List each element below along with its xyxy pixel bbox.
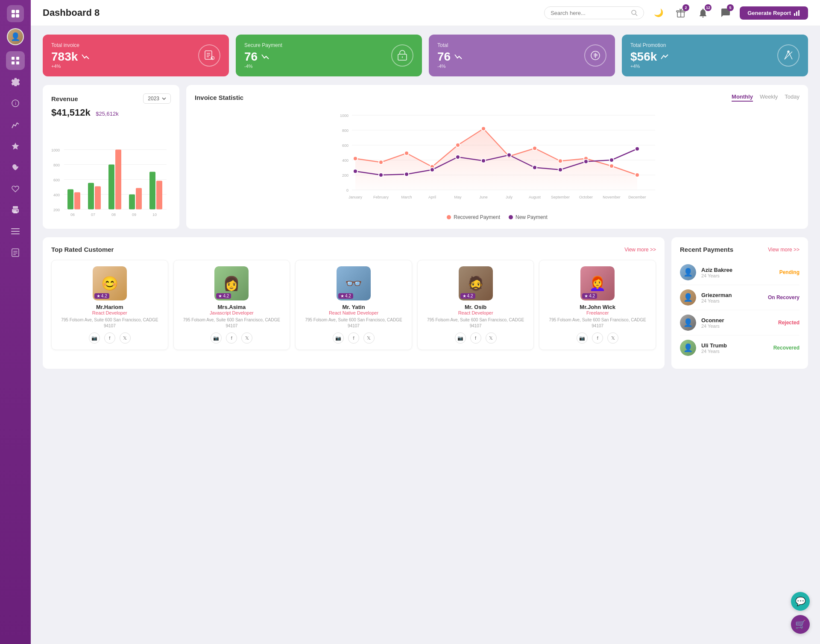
twitter-icon-4[interactable]: 𝕏 [607,332,618,344]
twitter-icon-0[interactable]: 𝕏 [120,332,131,344]
svg-rect-51 [88,183,94,210]
payment-info-1: Griezerman 24 Years [701,292,763,303]
facebook-icon-2[interactable]: f [348,332,359,344]
payments-view-more[interactable]: View more >> [768,247,800,253]
svg-rect-19 [13,251,18,252]
sidebar-item-print[interactable] [6,201,25,219]
rating-badge-0: ★4.2 [94,293,109,299]
svg-marker-10 [12,143,19,150]
invoice-icon [198,44,220,67]
svg-rect-52 [95,186,101,210]
sidebar-item-favorites[interactable] [6,137,25,155]
instagram-icon-2[interactable]: 📷 [333,332,344,344]
svg-point-85 [558,159,562,163]
customer-card-1: 👩 ★4.2 Mrs.Asima Javascript Developer 79… [173,260,290,350]
instagram-icon-0[interactable]: 📷 [89,332,100,344]
payment-status-0: Pending [779,269,800,275]
customer-avatar-0: 😊 ★4.2 [93,266,127,300]
customer-address-3: 795 Folsom Ave, Suite 600 San Francisco,… [422,317,530,329]
facebook-icon-4[interactable]: f [592,332,603,344]
sidebar-item-settings[interactable] [6,73,25,91]
payment-name-0: Aziz Bakree [701,267,774,273]
svg-point-22 [632,10,636,15]
rating-badge-1: ★4.2 [216,293,231,299]
customer-role-4: Freelancer [544,310,651,315]
svg-text:800: 800 [342,128,348,133]
customer-address-2: 795 Folsom Ave, Suite 600 San Francisco,… [300,317,407,329]
svg-point-38 [788,51,789,52]
gift-badge: 2 [682,4,689,11]
gift-icon-btn[interactable]: 2 [673,5,688,20]
svg-text:April: April [428,195,436,199]
tab-monthly[interactable]: Monthly [732,93,753,102]
sidebar-item-dashboard[interactable] [6,51,25,70]
generate-report-button[interactable]: Generate Report [740,6,808,20]
sidebar: 👤 i [0,0,31,644]
payment-age-1: 24 Years [701,298,763,303]
customers-view-more[interactable]: View more >> [624,247,656,253]
recent-payments-card: Recent Payments View more >> 👤 Aziz Bakr… [671,237,808,369]
svg-text:i: i [15,101,16,106]
svg-text:November: November [603,195,621,199]
promo-change: +4% [630,64,669,69]
sidebar-logo[interactable] [7,5,24,22]
trend-down-icon3 [454,54,463,60]
facebook-icon-0[interactable]: f [104,332,115,344]
customer-name-1: Mrs.Asima [178,304,286,310]
secure-value: 76 [244,50,258,64]
bell-icon-btn[interactable]: 12 [695,5,711,20]
twitter-icon-3[interactable]: 𝕏 [486,332,497,344]
svg-rect-55 [129,195,135,210]
cart-float-btn[interactable]: 🛒 [791,615,810,634]
sidebar-item-analytics[interactable] [6,115,25,134]
svg-point-87 [609,164,614,168]
svg-text:09: 09 [132,213,136,217]
svg-text:August: August [529,195,541,199]
svg-text:600: 600 [53,178,60,182]
instagram-icon-4[interactable]: 📷 [577,332,588,344]
sidebar-item-reports[interactable] [6,243,25,262]
svg-point-94 [481,159,486,163]
facebook-icon-3[interactable]: f [470,332,481,344]
support-float-btn[interactable]: 💬 [791,592,810,611]
customer-role-0: React Developer [56,310,164,315]
twitter-icon-2[interactable]: 𝕏 [363,332,375,344]
customer-name-0: Mr.Hariom [56,304,164,310]
invoice-tabs: Monthly Weekly Today [732,93,800,102]
tab-today[interactable]: Today [785,93,800,102]
svg-text:400: 400 [342,158,348,163]
svg-rect-13 [13,212,18,213]
svg-text:March: March [401,195,412,199]
support-icon: 💬 [795,596,806,606]
sidebar-item-info[interactable]: i [6,94,25,113]
facebook-icon-1[interactable]: f [226,332,237,344]
invoice-value: 783k [51,50,78,64]
svg-point-93 [456,155,460,159]
svg-text:May: May [454,195,462,199]
search-box[interactable] [544,6,644,19]
sidebar-item-menu[interactable] [6,222,25,241]
customer-card-2: 👓 ★4.2 Mr. Yatin React Native Developer … [295,260,412,350]
customer-name-2: Mr. Yatin [300,304,407,310]
svg-text:January: January [348,195,363,199]
search-input[interactable] [551,10,627,16]
svg-rect-58 [156,181,162,210]
svg-rect-4 [12,57,15,60]
instagram-icon-3[interactable]: 📷 [455,332,466,344]
svg-text:1000: 1000 [51,148,60,152]
tab-weekly[interactable]: Weekly [760,93,778,102]
svg-rect-0 [12,10,15,13]
darkmode-toggle[interactable]: 🌙 [651,5,666,20]
instagram-icon-1[interactable]: 📷 [211,332,222,344]
sidebar-item-heart[interactable] [6,179,25,198]
svg-rect-56 [136,188,142,210]
sidebar-item-likes[interactable] [6,158,25,177]
payment-info-0: Aziz Bakree 24 Years [701,267,774,278]
svg-rect-20 [13,253,18,254]
year-selector[interactable]: 2023 [143,93,171,104]
promo-icon [777,44,800,67]
secure-label: Secure Payment [244,42,282,48]
user-avatar[interactable]: 👤 [7,28,24,45]
chat-icon-btn[interactable]: 5 [718,5,733,20]
twitter-icon-1[interactable]: 𝕏 [241,332,252,344]
